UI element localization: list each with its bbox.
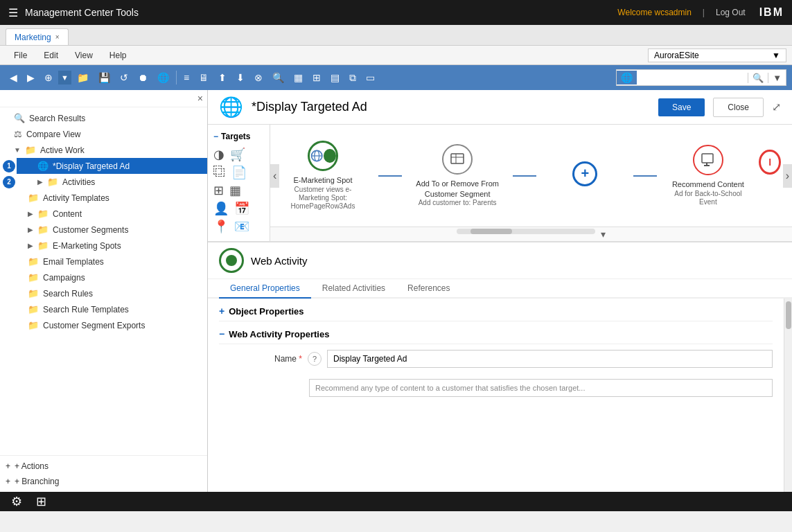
sidebar-item-compare-view[interactable]: ⚖ Compare View	[0, 126, 207, 142]
target-pie-icon[interactable]: ◑	[213, 147, 225, 162]
add-btn[interactable]: ⊕	[40, 69, 57, 86]
flow-scroll-down-icon[interactable]: ▾	[601, 229, 606, 240]
target-calendar-icon[interactable]: 📅	[234, 201, 249, 216]
sidebar-item-campaigns[interactable]: 📁 Campaigns	[0, 269, 207, 285]
target-grid-icon[interactable]: ⊞	[213, 183, 224, 198]
segment-icon[interactable]	[442, 144, 473, 175]
search-rule-templates-folder-icon: 📁	[28, 304, 39, 314]
target-location-icon[interactable]: 📍	[213, 219, 229, 234]
target-table-icon[interactable]: ▦	[229, 183, 241, 198]
target-email-icon[interactable]: 📧	[234, 219, 249, 234]
sidebar-item-search-rule-templates[interactable]: 📁 Search Rule Templates	[0, 301, 207, 317]
sidebar-item-customer-segments[interactable]: ▶ 📁 Customer Segments	[0, 222, 207, 238]
tab-general-properties[interactable]: General Properties	[219, 279, 311, 299]
sidebar-item-activity-templates[interactable]: 📁 Activity Templates	[0, 190, 207, 206]
menu-icon[interactable]: ☰	[8, 6, 18, 19]
monitor-btn[interactable]: 🖥	[195, 69, 213, 86]
tab-marketing[interactable]: Marketing ×	[6, 28, 69, 45]
menu-file[interactable]: File	[6, 48, 35, 63]
refresh-btn[interactable]: ↺	[116, 69, 132, 86]
zoom-btn[interactable]: 🔍	[268, 69, 288, 86]
globe-btn[interactable]: 🌐	[153, 69, 173, 86]
copy-btn[interactable]: ⊗	[250, 69, 267, 86]
expand-btn[interactable]: ▭	[362, 69, 379, 86]
target-copy-icon[interactable]: ⿻	[213, 165, 226, 180]
sidebar-item-email-templates[interactable]: 📁 Email Templates	[0, 254, 207, 269]
sidebar-label-customer-segments: Customer Segments	[53, 225, 128, 235]
target-person-icon[interactable]: 👤	[213, 201, 229, 216]
search-submit-btn[interactable]: 🔍	[748, 73, 768, 83]
add-row-btn[interactable]: ⊞	[308, 69, 325, 86]
close-button[interactable]: Close	[713, 98, 764, 117]
sidebar-item-activities[interactable]: ▶ 📁 Activities	[17, 174, 207, 190]
save-btn[interactable]: 💾	[94, 69, 114, 86]
targets-icon-row: ◑ 🛒 ⿻ 📄 ⊞ ▦ 👤 📅	[208, 144, 270, 237]
sidebar-item-content[interactable]: ▶ 📁 Content	[0, 206, 207, 222]
sidebar-item-search-rules[interactable]: 📁 Search Rules	[0, 285, 207, 301]
scrollbar-thumb[interactable]	[786, 301, 791, 329]
search-input[interactable]	[637, 73, 748, 82]
branching-btn[interactable]: + + Branching	[6, 474, 202, 489]
add-dropdown-btn[interactable]: ▼	[58, 71, 71, 85]
sidebar-item-active-work[interactable]: ▼ 📁 Active Work	[0, 142, 207, 158]
target-doc-icon[interactable]: 📄	[231, 165, 247, 180]
tab-related-activities[interactable]: Related Activities	[311, 279, 396, 299]
menu-edit[interactable]: Edit	[35, 48, 67, 63]
badge-2: 2	[3, 176, 15, 188]
menu-bar: File Edit View Help AuroraESite ▼	[0, 46, 792, 65]
forward-btn[interactable]: ▶	[23, 69, 39, 86]
menu-help[interactable]: Help	[101, 48, 135, 63]
menu-view[interactable]: View	[67, 48, 101, 63]
grid-btn[interactable]: ≡	[179, 69, 193, 86]
toolbar: ◀ ▶ ⊕ ▼ 📁 💾 ↺ ⏺ 🌐 ≡ 🖥 ⬆ ⬇ ⊗ 🔍 ▦ ⊞ ▤ ⧉ ▭ …	[0, 65, 792, 90]
logout-link[interactable]: Log Out	[716, 8, 746, 17]
plus-branching-icon: +	[6, 477, 10, 486]
toolbar-sep1	[176, 71, 177, 85]
e-marketing-chevron-icon: ▶	[28, 242, 33, 249]
sidebar-item-e-marketing-spots[interactable]: ▶ 📁 E-Marketing Spots	[0, 238, 207, 254]
separator: |	[703, 8, 705, 17]
sidebar-item-search-results[interactable]: 🔍 Search Results	[0, 110, 207, 126]
search-globe-btn[interactable]: 🌐	[617, 71, 637, 85]
table-btn[interactable]: ▦	[290, 69, 307, 86]
store-select[interactable]: AuroraESite ▼	[648, 48, 786, 62]
upload-btn[interactable]: ⬆	[214, 69, 231, 86]
tab-bar: Marketing ×	[0, 25, 792, 46]
stop-btn[interactable]: ⏺	[134, 69, 152, 86]
name-input[interactable]	[327, 350, 773, 368]
status-window-icon[interactable]: ⊞	[36, 494, 46, 509]
save-button[interactable]: Save	[658, 98, 705, 116]
search-options-btn[interactable]: ▼	[768, 73, 786, 83]
welcome-text: Welcome wcsadmin	[617, 8, 691, 17]
target-cart-icon[interactable]: 🛒	[230, 147, 245, 162]
sidebar-item-customer-segment-exports[interactable]: 📁 Customer Segment Exports	[0, 317, 207, 333]
section-web-activity-properties[interactable]: − Web Activity Properties	[219, 321, 773, 344]
recommend-icon[interactable]	[693, 145, 723, 175]
targets-label: Targets	[221, 132, 250, 141]
sidebar-close-btn[interactable]: ×	[197, 93, 203, 104]
tab-close-icon[interactable]: ×	[55, 33, 60, 41]
help-icon[interactable]: ?	[308, 352, 322, 366]
properties-wrapper: + Object Properties − Web Activity Prope…	[208, 299, 792, 492]
compare-icon: ⚖	[14, 129, 22, 139]
back-btn[interactable]: ◀	[6, 69, 21, 86]
properties-area: + Object Properties − Web Activity Prope…	[208, 299, 784, 492]
flow-scroll-thumb[interactable]	[470, 229, 512, 234]
flow-nav-left[interactable]: ‹	[270, 164, 279, 188]
folder-btn[interactable]: 📁	[73, 69, 93, 86]
download-btn[interactable]: ⬇	[232, 69, 249, 86]
section-object-properties[interactable]: + Object Properties	[219, 299, 773, 321]
add-node-icon[interactable]: +	[572, 161, 597, 186]
emarketing-icon[interactable]	[308, 141, 338, 171]
split-btn[interactable]: ⧉	[345, 69, 360, 87]
sidebar-item-display-targeted-ad[interactable]: 🌐 *Display Targeted Ad	[17, 158, 207, 174]
list-btn[interactable]: ▤	[326, 69, 344, 86]
svg-rect-6	[702, 154, 713, 163]
chevron-down-icon: ▼	[14, 146, 21, 154]
expand-button[interactable]: ⤢	[772, 100, 781, 114]
status-settings-icon[interactable]: ⚙	[11, 494, 22, 509]
actions-btn[interactable]: + + Actions	[6, 459, 202, 474]
description-preview[interactable]: Recommend any type of content to a custo…	[309, 379, 773, 397]
flow-nav-right[interactable]: ›	[783, 164, 792, 188]
tab-references[interactable]: References	[396, 279, 461, 299]
